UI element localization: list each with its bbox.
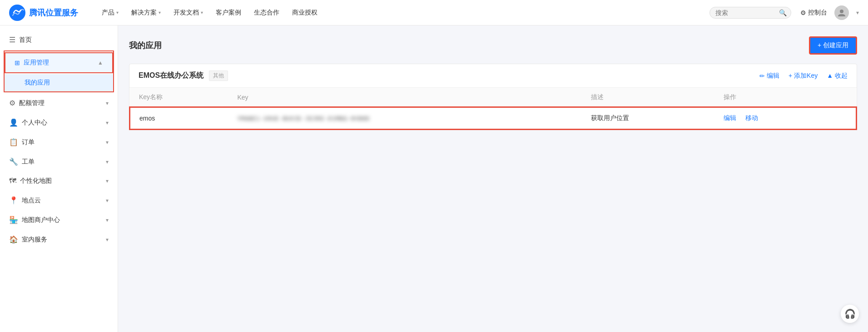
chevron-down-icon: ▾: [106, 100, 109, 106]
nav-item-cases[interactable]: 客户案例: [210, 6, 247, 20]
sidebar-item-merchant[interactable]: 🏪 地图商户中心 ▾: [0, 210, 118, 230]
add-key-button[interactable]: + 添加Key: [789, 72, 818, 80]
table-body: emos YMABE1-U9UE-BUX3E-3E3RE-D1MBQ-0VB0D…: [130, 107, 856, 129]
headphone-icon: 🎧: [844, 308, 856, 319]
chevron-down-icon: ▾: [106, 178, 109, 184]
edit-app-button[interactable]: ✏ 编辑: [759, 72, 779, 80]
control-icon: ⚙: [800, 9, 806, 16]
keys-table: Key名称 Key 描述 操作 emos YMABE1-U9UE-BUX3E-3…: [129, 88, 857, 130]
sidebar-item-indoor[interactable]: 🏠 室内服务 ▾: [0, 230, 118, 249]
search-icon: 🔍: [779, 9, 787, 16]
store-icon: 🏪: [9, 216, 18, 224]
sidebar-item-quota[interactable]: ⚙ 配额管理 ▾: [0, 93, 118, 113]
chevron-down-icon: ▾: [106, 159, 109, 165]
cell-key-value: YMABE1-U9UE-BUX3E-3E3RE-D1MBQ-0VB0D: [228, 107, 582, 129]
page-title-row: 我的应用 + 创建应用: [129, 36, 857, 55]
cell-description: 获取用户位置: [582, 107, 714, 129]
table-row: emos YMABE1-U9UE-BUX3E-3E3RE-D1MBQ-0VB0D…: [130, 107, 856, 129]
nav-item-products[interactable]: 产品 ▾: [96, 6, 124, 20]
sidebar-item-profile[interactable]: 👤 个人中心 ▾: [0, 113, 118, 132]
chevron-down-icon: ▾: [159, 10, 161, 15]
ticket-icon: 🔧: [9, 157, 18, 166]
sidebar-item-custom-map[interactable]: 🗺 个性化地图 ▾: [0, 171, 118, 191]
svg-point-1: [840, 10, 843, 13]
logo-text: 腾讯位置服务: [29, 7, 78, 18]
col-description: 描述: [582, 88, 714, 107]
chevron-up-icon: ▲: [98, 60, 103, 66]
logo-icon: [9, 5, 25, 21]
sidebar-indoor-label: 室内服务: [22, 236, 47, 244]
app-card-header: EMOS在线办公系统 其他 ✏ 编辑 + 添加Key ▲ 收起: [129, 64, 857, 88]
sidebar-quota-label: 配额管理: [19, 99, 45, 107]
sidebar-tickets-label: 工单: [22, 158, 35, 166]
sidebar-app-management-label: 应用管理: [24, 59, 49, 67]
sidebar-orders-label: 订单: [22, 138, 35, 146]
sidebar-item-location-cloud[interactable]: 📍 地点云 ▾: [0, 191, 118, 210]
nav-menu: 产品 ▾ 解决方案 ▾ 开发文档 ▾ 客户案例 生态合作 商业授权: [96, 6, 709, 20]
row-delete-button[interactable]: 移动: [745, 114, 758, 121]
table-header: Key名称 Key 描述 操作: [130, 88, 856, 107]
search-box[interactable]: 🔍: [709, 7, 791, 19]
chevron-down-icon: ▾: [106, 139, 109, 146]
chevron-down-icon: ▾: [106, 197, 109, 204]
sidebar-merchant-label: 地图商户中心: [22, 216, 60, 224]
avatar[interactable]: [834, 5, 849, 20]
control-panel-button[interactable]: ⚙ 控制台: [800, 9, 827, 17]
grid-icon: ⊞: [15, 59, 20, 66]
sidebar-home-label: 首页: [19, 36, 32, 44]
cell-key-name: emos: [130, 107, 228, 129]
indoor-icon: 🏠: [9, 235, 18, 244]
sidebar-location-cloud-label: 地点云: [22, 196, 41, 205]
chevron-down-icon: ▾: [106, 217, 109, 223]
sidebar-item-orders[interactable]: 📋 订单 ▾: [0, 132, 118, 152]
home-icon: ☰: [9, 35, 15, 44]
nav-item-ecosystem[interactable]: 生态合作: [248, 6, 285, 20]
sidebar-item-app-management[interactable]: ⊞ 应用管理 ▲: [5, 52, 113, 73]
pencil-icon: ✏: [759, 72, 765, 80]
row-edit-button[interactable]: 编辑: [724, 114, 736, 121]
nav-item-solutions[interactable]: 解决方案 ▾: [126, 6, 166, 20]
user-icon: 👤: [9, 118, 18, 127]
key-value-text: YMABE1-U9UE-BUX3E-3E3RE-D1MBQ-0VB0D: [237, 115, 369, 122]
create-app-button[interactable]: + 创建应用: [809, 36, 857, 55]
support-button[interactable]: 🎧: [841, 305, 859, 323]
cell-row-actions: 编辑 移动: [714, 107, 856, 129]
quota-icon: ⚙: [9, 99, 15, 107]
order-icon: 📋: [9, 138, 18, 146]
location-icon: 📍: [9, 196, 18, 205]
search-input[interactable]: [715, 9, 779, 16]
nav-item-docs[interactable]: 开发文档 ▾: [168, 6, 208, 20]
nav-right: ⚙ 控制台 ▾: [800, 5, 859, 20]
app-actions: ✏ 编辑 + 添加Key ▲ 收起: [759, 72, 848, 80]
sidebar-profile-label: 个人中心: [22, 119, 47, 127]
app-tag: 其他: [209, 70, 228, 81]
chevron-down-icon: ▾: [116, 10, 119, 15]
app-card: EMOS在线办公系统 其他 ✏ 编辑 + 添加Key ▲ 收起: [129, 64, 857, 130]
svg-point-0: [9, 5, 25, 21]
col-actions: 操作: [714, 88, 856, 107]
page-title: 我的应用: [129, 40, 162, 51]
nav-item-license[interactable]: 商业授权: [287, 6, 323, 20]
custom-map-icon: 🗺: [9, 177, 16, 185]
logo[interactable]: 腾讯位置服务: [9, 5, 78, 21]
avatar-image: [837, 8, 846, 17]
top-navigation: 腾讯位置服务 产品 ▾ 解决方案 ▾ 开发文档 ▾ 客户案例 生态合作 商业授权…: [0, 0, 868, 25]
main-content: 我的应用 + 创建应用 EMOS在线办公系统 其他 ✏ 编辑 + 添加Key ▲…: [118, 25, 868, 332]
sidebar: ☰ 首页 ⊞ 应用管理 ▲ 我的应用 ⚙ 配额管理 ▾ 👤 个人中心 ▾ 📋: [0, 25, 118, 332]
sidebar-item-home[interactable]: ☰ 首页: [0, 30, 118, 50]
col-key: Key: [228, 88, 582, 107]
sidebar-item-tickets[interactable]: 🔧 工单 ▾: [0, 152, 118, 171]
col-key-name: Key名称: [130, 88, 228, 107]
sidebar-item-my-apps[interactable]: 我的应用: [5, 74, 113, 91]
chevron-down-icon: ▾: [201, 10, 203, 15]
main-layout: ☰ 首页 ⊞ 应用管理 ▲ 我的应用 ⚙ 配额管理 ▾ 👤 个人中心 ▾ 📋: [0, 25, 868, 332]
chevron-down-icon: ▾: [106, 120, 109, 126]
sidebar-custom-map-label: 个性化地图: [20, 177, 52, 185]
chevron-down-icon: ▾: [106, 236, 109, 243]
collapse-button[interactable]: ▲ 收起: [827, 72, 848, 80]
avatar-dropdown-icon: ▾: [856, 10, 859, 16]
app-name: EMOS在线办公系统: [139, 71, 203, 80]
